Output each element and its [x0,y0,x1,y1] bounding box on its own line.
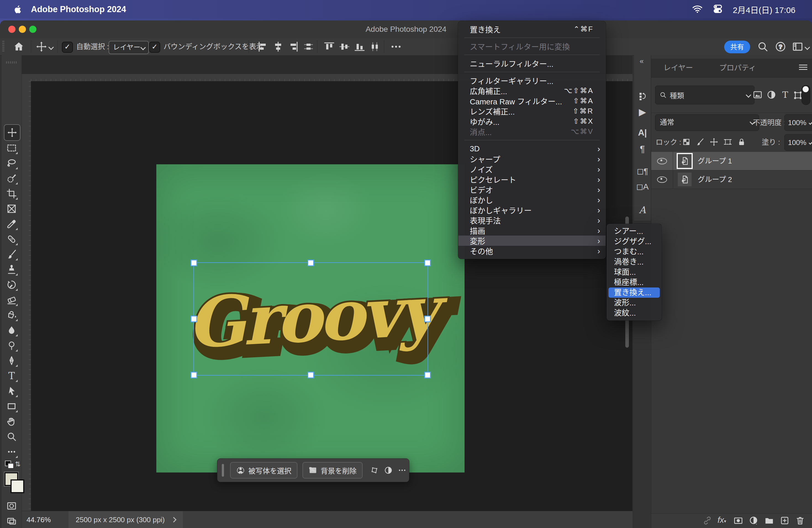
tab-properties[interactable]: プロパティ [710,59,765,77]
background-color-swatch[interactable] [11,480,24,493]
gradient-tool[interactable] [5,308,18,322]
search-icon[interactable] [757,41,769,53]
align-left-icon[interactable] [257,41,269,53]
layer-row[interactable]: グループ 2 [651,171,812,189]
move-tool-chevron-icon[interactable] [48,44,54,50]
selection-handle-n[interactable] [307,260,314,266]
remove-background-button[interactable]: 背景を削除 [302,462,363,479]
filter-menu-item[interactable]: ピクセレート › [458,174,606,185]
panel-menu-icon[interactable] [799,64,807,71]
dodge-tool[interactable] [5,339,18,352]
align-top-icon[interactable] [323,41,335,53]
add-layer-mask-icon[interactable] [733,515,744,526]
selection-bounding-box[interactable] [193,262,428,376]
filter-menu-item[interactable]: ゆがみ... ⇧⌘X › [458,116,606,127]
new-adjustment-layer-icon[interactable] [749,515,759,526]
workspace-icon[interactable] [792,41,804,53]
selection-handle-sw[interactable] [191,372,197,378]
toolbar-grip[interactable] [6,61,17,63]
transform-icon[interactable] [367,463,381,478]
submenu-item[interactable]: 置き換え... [608,288,660,298]
submenu-item[interactable]: 波形... [607,298,662,308]
auto-select-target-dropdown[interactable]: レイヤー [108,41,149,54]
bounding-box-checkbox[interactable]: ✓ [149,42,160,53]
version-history-icon[interactable] [634,91,651,102]
paragraph-panel-icon[interactable]: ¶ [634,144,651,155]
menubar-app-name[interactable]: Adobe Photoshop 2024 [31,0,126,18]
selection-handle-ne[interactable] [424,260,431,266]
smart-object-thumbnail[interactable] [678,154,692,168]
blend-mode-dropdown[interactable]: 通常 [655,114,759,131]
layer-visibility-toggle[interactable] [651,152,673,170]
crop-tool[interactable] [5,187,18,200]
shape-tool[interactable] [5,400,18,413]
move-tool-icon[interactable] [35,41,47,53]
character-panel-icon[interactable]: A| [634,128,651,138]
ruler-corner[interactable] [21,74,31,82]
workspace-chevron-icon[interactable] [804,44,810,50]
eraser-tool[interactable] [5,293,18,307]
type-tool[interactable]: T [5,369,18,382]
filter-type-layers-icon[interactable]: T [780,89,791,101]
align-bottom-icon[interactable] [353,41,366,53]
path-selection-tool[interactable] [5,384,18,398]
task-bar-more-icon[interactable] [395,463,409,478]
filter-menu-item[interactable]: ぼかし › [458,195,606,205]
filter-menu-item[interactable]: › [458,69,606,75]
filter-menu-item[interactable]: 変形 › [458,236,606,246]
apple-icon[interactable] [12,4,23,15]
distribute-vertical-icon[interactable] [369,41,381,53]
submenu-item[interactable]: 球面... [607,267,662,277]
filter-pixel-layers-icon[interactable] [752,89,764,101]
filter-menu-item[interactable]: シャープ › [458,154,606,164]
zoom-level-field[interactable]: 44.76% [27,511,51,528]
brush-tool[interactable] [5,248,18,261]
filter-menu-item[interactable]: スマートフィルター用に変換 › [458,41,606,52]
filter-menu-item[interactable]: レンズ補正... ⇧⌘R › [458,106,606,116]
align-right-icon[interactable] [287,41,300,53]
document-info[interactable]: 2500 px x 2500 px (300 ppi) [69,511,183,528]
history-brush-tool[interactable] [5,278,18,291]
lock-transparency-icon[interactable] [682,137,692,147]
move-tool[interactable] [4,124,20,141]
quick-mask-button[interactable] [5,499,18,513]
filter-menu-item[interactable]: › [458,34,606,41]
align-center-horizontal-icon[interactable] [272,41,284,53]
help-icon[interactable]: ? [774,41,787,53]
frame-tool[interactable] [5,202,18,216]
lock-pixels-icon[interactable] [695,137,706,147]
selection-handle-e[interactable] [424,316,431,322]
filter-menu-item[interactable]: フィルターギャラリー... › [458,75,606,86]
filter-menu-item[interactable]: 表現手法 › [458,215,606,225]
selection-handle-s[interactable] [307,372,314,378]
layer-effects-icon[interactable]: fx▾ [717,515,729,526]
glyphs-panel-icon[interactable]: A [634,204,651,216]
lasso-tool[interactable] [5,157,18,170]
filter-menu-item[interactable]: ビデオ › [458,185,606,195]
lock-artboard-icon[interactable] [723,137,733,147]
wifi-icon[interactable] [692,3,703,15]
submenu-item[interactable]: シアー... [607,226,662,236]
filter-menu-item[interactable]: ニューラルフィルター... › [458,58,606,69]
fill-field[interactable]: 100% [784,134,812,151]
filter-menu-item[interactable]: › [458,137,606,144]
submenu-item[interactable]: 波紋... [607,308,662,318]
vertical-ruler[interactable] [21,81,31,511]
filter-menu-item[interactable]: 広角補正... ⌥⇧⌘A › [458,86,606,96]
control-center-icon[interactable] [712,3,723,15]
layer-filter-dropdown[interactable]: 種類 [655,86,755,104]
filter-menu-item[interactable]: 置き換え ⌃⌘F › [458,24,606,34]
expand-dock-icon[interactable]: « [640,57,643,65]
delete-layer-icon[interactable] [795,515,806,526]
default-colors-icon[interactable] [5,460,14,469]
opacity-field[interactable]: 100% [784,114,812,131]
layer-visibility-toggle[interactable] [651,171,673,189]
lock-position-icon[interactable] [709,137,719,147]
lock-all-icon[interactable] [737,137,747,147]
healing-brush-tool[interactable] [5,233,18,246]
filter-menu-item[interactable]: › [458,52,606,58]
paragraph-styles-icon[interactable]: ◻¶ [634,166,651,176]
eyedropper-tool[interactable] [5,217,18,231]
clone-stamp-tool[interactable] [5,263,18,276]
home-icon[interactable] [13,41,25,53]
